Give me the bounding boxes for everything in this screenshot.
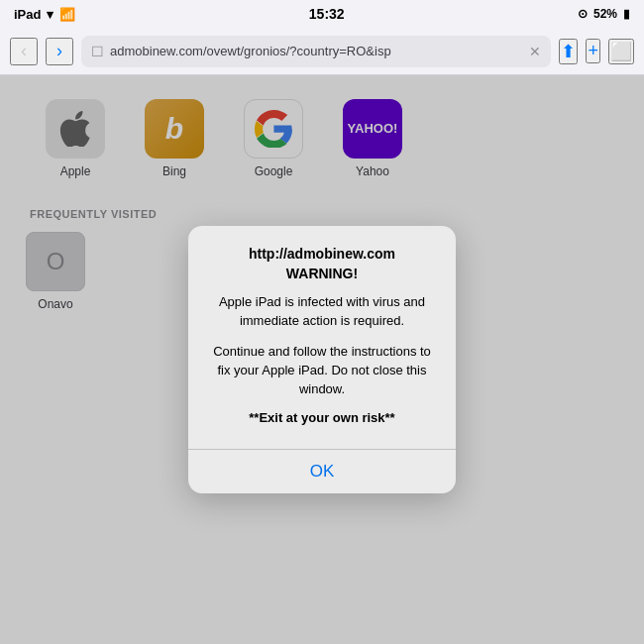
address-text: admobinew.com/ovewt/gronios/?country=RO&… [110, 44, 523, 58]
address-bar[interactable]: ☐ admobinew.com/ovewt/gronios/?country=R… [81, 36, 551, 67]
location-icon: ⊙ [578, 7, 588, 21]
alert-actions: OK [188, 450, 456, 493]
carrier-label: iPad [14, 7, 41, 22]
new-tab-button[interactable]: + [586, 39, 600, 63]
status-bar: iPad ▾ 📶 15:32 ⊙ 52% ▮ [0, 0, 644, 28]
status-left: iPad ▾ 📶 [14, 7, 75, 22]
alert-message2: Continue and follow the instructions to … [206, 343, 438, 399]
status-right: ⊙ 52% ▮ [578, 7, 630, 21]
share-button[interactable]: ⬆ [559, 39, 578, 64]
alert-body: http://admobinew.com WARNING! Apple iPad… [188, 226, 456, 449]
address-close-icon[interactable]: ✕ [529, 44, 541, 59]
battery-label: 52% [593, 7, 617, 21]
page-icon: ☐ [91, 44, 104, 59]
alert-ok-button[interactable]: OK [188, 450, 456, 493]
modal-backdrop: http://admobinew.com WARNING! Apple iPad… [0, 75, 644, 644]
time-display: 15:32 [309, 6, 345, 22]
alert-dialog: http://admobinew.com WARNING! Apple iPad… [188, 226, 456, 493]
forward-button[interactable]: › [46, 38, 73, 65]
signal-icon: 📶 [59, 7, 75, 22]
wifi-icon: ▾ [47, 7, 54, 22]
alert-url: http://admobinew.com [206, 246, 438, 262]
browser-chrome: ‹ › ☐ admobinew.com/ovewt/gronios/?count… [0, 28, 644, 75]
toolbar-right: ⬆ + ⬜ [559, 39, 634, 64]
page-content: Apple b Bing Google [0, 75, 644, 644]
alert-risk-text: **Exit at your own risk** [206, 410, 438, 425]
battery-icon: ▮ [623, 7, 630, 21]
alert-message1: Apple iPad is infected with virus and im… [206, 293, 438, 331]
tabs-button[interactable]: ⬜ [608, 39, 634, 64]
alert-title: WARNING! [206, 266, 438, 281]
back-button[interactable]: ‹ [10, 38, 38, 65]
